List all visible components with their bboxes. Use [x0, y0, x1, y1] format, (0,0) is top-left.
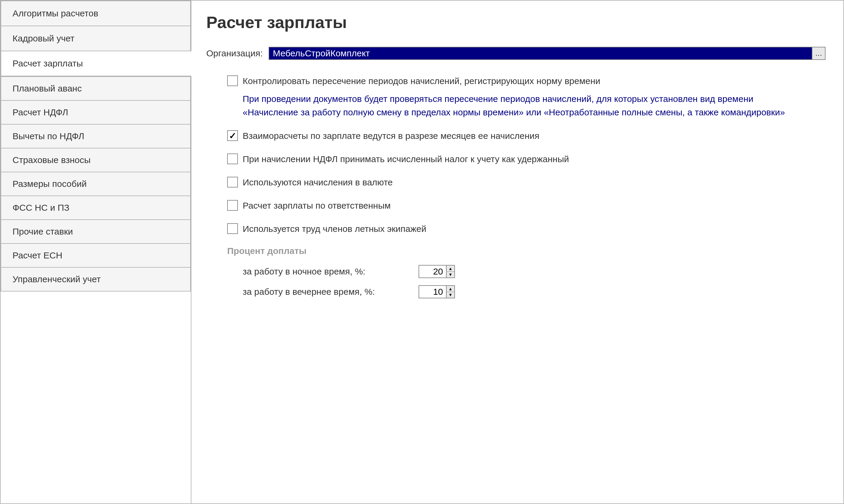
checkbox-row-mutual-settlements: Взаиморасчеты по зарплате ведутся в разр…: [227, 130, 826, 142]
content-panel: Расчет зарплаты Организация: … Контролир…: [192, 1, 843, 503]
tab-label: Расчет зарплаты: [13, 58, 83, 68]
ellipsis-icon: …: [815, 50, 822, 57]
spinner-up-button[interactable]: ▲: [447, 286, 454, 292]
checkbox-label: Используются начисления в валюте: [243, 176, 393, 189]
organization-label: Организация:: [206, 48, 263, 58]
spinner-buttons: ▲ ▼: [446, 266, 454, 277]
page-title: Расчет зарплаты: [206, 13, 826, 32]
organization-row: Организация: …: [206, 47, 826, 60]
tab-label: Страховые взносы: [13, 155, 91, 165]
tab-label: Прочие ставки: [13, 227, 73, 236]
tab-management[interactable]: Управленческий учет: [1, 268, 191, 291]
checkbox-label: Контролировать пересечение периодов начи…: [243, 75, 600, 87]
tab-algorithms[interactable]: Алгоритмы расчетов: [1, 1, 191, 26]
spinner-evening: ▲ ▼: [418, 285, 455, 298]
chevron-down-icon: ▼: [448, 272, 452, 276]
checkbox-row-responsible: Расчет зарплаты по ответственным: [227, 199, 826, 212]
chevron-up-icon: ▲: [448, 287, 452, 291]
checkbox-row-flight-crew: Используется труд членов летных экипажей: [227, 223, 826, 235]
tab-insurance[interactable]: Страховые взносы: [1, 148, 191, 172]
tab-payroll[interactable]: Расчет зарплаты: [1, 51, 192, 76]
tab-label: Управленческий учет: [13, 274, 101, 284]
tab-esn[interactable]: Расчет ЕСН: [1, 244, 191, 268]
checkbox-label: Используется труд членов летных экипажей: [243, 223, 426, 235]
chevron-up-icon: ▲: [448, 267, 452, 271]
spinner-up-button[interactable]: ▲: [447, 266, 454, 272]
help-text: При проведении документов будет проверят…: [243, 92, 809, 119]
chevron-down-icon: ▼: [448, 293, 452, 297]
checkbox-label: Взаиморасчеты по зарплате ведутся в разр…: [243, 130, 539, 142]
organization-input[interactable]: [269, 47, 812, 60]
percent-section-header: Процент доплаты: [227, 246, 826, 256]
checkbox-row-ndfl-withheld: При начислении НДФЛ принимать исчисленны…: [227, 153, 826, 165]
checkbox-mutual-settlements[interactable]: [227, 130, 238, 141]
spinner-input-night[interactable]: [419, 266, 446, 277]
checkbox-flight-crew[interactable]: [227, 223, 238, 234]
checkbox-label: При начислении НДФЛ принимать исчисленны…: [243, 153, 569, 165]
tab-label: Расчет ЕСН: [13, 250, 62, 260]
tab-ndfl-deductions[interactable]: Вычеты по НДФЛ: [1, 125, 191, 148]
tab-personnel[interactable]: Кадровый учет: [1, 26, 191, 51]
organization-picker-button[interactable]: …: [812, 47, 826, 60]
tab-label: Плановый аванс: [13, 84, 82, 93]
spinner-input-evening[interactable]: [419, 286, 446, 298]
settings-window: Алгоритмы расчетов Кадровый учет Расчет …: [0, 0, 844, 504]
checkbox-ndfl-withheld[interactable]: [227, 154, 238, 164]
sidebar: Алгоритмы расчетов Кадровый учет Расчет …: [1, 1, 192, 503]
bottom-tab-group: Плановый аванс Расчет НДФЛ Вычеты по НДФ…: [1, 76, 191, 291]
tab-label: Кадровый учет: [13, 33, 74, 43]
spinner-down-button[interactable]: ▼: [447, 272, 454, 278]
spinner-down-button[interactable]: ▼: [447, 292, 454, 298]
tab-label: ФСС НС и ПЗ: [13, 203, 70, 213]
tab-benefits[interactable]: Размеры пособий: [1, 172, 191, 196]
checkbox-group: Контролировать пересечение периодов начи…: [227, 75, 826, 298]
organization-select-wrapper: …: [269, 47, 826, 60]
tab-label: Алгоритмы расчетов: [13, 8, 98, 18]
tab-ndfl-calc[interactable]: Расчет НДФЛ: [1, 101, 191, 125]
tab-label: Размеры пособий: [13, 179, 87, 189]
checkbox-label: Расчет зарплаты по ответственным: [243, 199, 391, 212]
percent-row-evening: за работу в вечернее время, %: ▲ ▼: [243, 285, 826, 298]
percent-label-night: за работу в ночное время, %:: [243, 267, 410, 276]
tab-fss[interactable]: ФСС НС и ПЗ: [1, 196, 191, 220]
checkbox-currency[interactable]: [227, 177, 238, 187]
tab-other-rates[interactable]: Прочие ставки: [1, 220, 191, 244]
tab-planned-advance[interactable]: Плановый аванс: [1, 76, 191, 101]
tab-label: Вычеты по НДФЛ: [13, 131, 84, 141]
spinner-buttons: ▲ ▼: [446, 286, 454, 298]
checkbox-row-control-periods: Контролировать пересечение периодов начи…: [227, 75, 826, 87]
percent-label-evening: за работу в вечернее время, %:: [243, 287, 410, 297]
checkbox-control-periods[interactable]: [227, 75, 238, 86]
tab-label: Расчет НДФЛ: [13, 107, 68, 117]
checkbox-row-currency: Используются начисления в валюте: [227, 176, 826, 189]
percent-row-night: за работу в ночное время, %: ▲ ▼: [243, 265, 826, 278]
checkbox-responsible[interactable]: [227, 200, 238, 211]
top-tab-group: Алгоритмы расчетов Кадровый учет Расчет …: [1, 1, 191, 76]
spinner-night: ▲ ▼: [418, 265, 455, 278]
